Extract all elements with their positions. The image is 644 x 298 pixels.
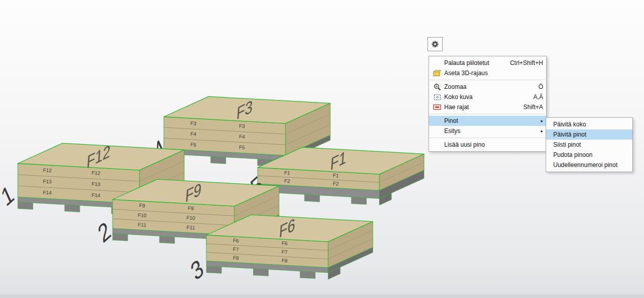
pallet-foot [159,236,174,244]
layer-label: F8 [281,257,288,263]
get-bounds-icon [431,103,443,111]
window-bottom-edge [0,294,644,298]
menu-item-palauta-piilotetut[interactable]: Palauta piilotetutCtrl+Shift+H [429,58,546,68]
menu-item-label: Lisää uusi pino [443,141,543,148]
submenu-item-label: Siisti pinot [548,141,629,148]
submenu-item-label: Päivitä koko [548,121,629,128]
pallet-foot [210,156,226,164]
menu-item-pinot[interactable]: Pinot▸ [429,116,546,126]
menu-item-koko-kuva[interactable]: Koko kuvaA,Ä [429,92,546,102]
context-menu: Palauta piilotetutCtrl+Shift+HAseta 3D-r… [428,56,547,152]
menu-item-shortcut: Shift+A [523,104,543,111]
layer-label: F11 [187,224,195,230]
pallet-foot [304,194,319,202]
menu-item-esitys[interactable]: Esitys▸ [429,126,546,136]
menu-item-label: Palauta piilotetut [443,59,502,67]
settings-button[interactable] [427,37,443,51]
submenu-item-pudota-pinoon[interactable]: Pudota pinoon [546,150,632,160]
submenu-arrow-icon: ▸ [538,128,543,134]
menu-item-label: Koko kuva [443,93,525,101]
layer-label: F1 [284,170,291,176]
zoom-icon [431,83,443,91]
stack-number-label: 1 [0,179,17,212]
layer-label: F12 [91,170,100,176]
layer-label: F4 [239,134,245,140]
layer-label: F7 [233,246,239,252]
layer-label: F10 [186,215,195,221]
pallet-foot [113,234,128,241]
fit-view-icon [431,93,443,101]
layer-label: F8 [233,255,239,261]
pallet-foot [64,205,80,212]
menu-item-shortcut: Ö [539,83,543,90]
menu-item-aseta-3d-rajaus[interactable]: Aseta 3D-rajaus [429,68,546,78]
pinot-submenu: Päivitä kokoPäivitä pinotSiisti pinotPud… [546,117,633,172]
submenu-item-label: Uudelleennumeroi pinot [548,161,629,169]
menu-item-label: Zoomaa [443,83,530,90]
no-icon [431,127,443,135]
layer-label: F3 [239,123,245,129]
menu-item-label: Pinot [443,117,538,124]
menu-item-label: Hae rajat [443,104,515,111]
pallet-foot [18,202,33,210]
pallet-foot [253,269,268,276]
menu-separator [430,114,545,114]
3d-clip-icon [431,69,443,77]
layer-label: F13 [91,181,100,187]
submenu-item-label: Pudota pinoon [548,151,629,158]
layer-label: F7 [281,249,288,255]
submenu-item-uudelleennumeroi-pinot[interactable]: Uudelleennumeroi pinot [546,160,632,170]
stack-number-label: 3 [187,253,207,286]
layer-label: F14 [91,192,100,198]
layer-label: F2 [284,178,291,184]
layer-label: F4 [190,131,197,137]
pallet-foot [206,266,222,274]
layer-label: F6 [281,240,288,246]
menu-item-label: Esitys [443,127,538,135]
menu-item-hae-rajat[interactable]: Hae rajatShift+A [429,102,546,112]
layer-label: F10 [137,212,147,218]
layer-label: F1 [333,173,339,179]
no-icon [431,59,443,67]
menu-item-shortcut: Ctrl+Shift+H [510,59,543,67]
menu-item-zoomaa[interactable]: ZoomaaÖ [429,82,546,92]
gear-icon [431,40,439,48]
layer-label: F3 [190,120,197,126]
no-icon [431,117,443,125]
layer-label: F5 [239,144,245,150]
layer-label: F5 [190,142,197,148]
submenu-item-paivita-koko[interactable]: Päivitä koko [546,119,632,129]
pallet-foot [300,271,315,279]
pallet-foot [351,197,367,205]
layer-label: F13 [43,178,52,184]
submenu-item-siisti-pinot[interactable]: Siisti pinot [546,140,632,150]
menu-separator [430,80,545,80]
menu-item-label: Aseta 3D-rajaus [443,70,543,77]
menu-item-shortcut: A,Ä [533,93,543,101]
menu-item-lisaa-uusi-pino[interactable]: Lisää uusi pino [429,140,546,150]
layer-label: F14 [43,189,52,195]
app-canvas: F3F3F3F4F4F5F54F12F12F12F13F13F14F141F1F… [0,0,644,298]
menu-separator [430,138,545,138]
layer-label: F11 [138,222,147,228]
no-icon [431,141,443,149]
submenu-item-paivita-pinot[interactable]: Päivitä pinot [546,129,632,140]
layer-label: F9 [139,203,146,209]
submenu-item-label: Päivitä pinot [548,131,629,138]
layer-label: F9 [188,205,194,211]
layer-label: F12 [43,167,52,173]
layer-label: F2 [333,181,339,187]
submenu-arrow-icon: ▸ [538,118,543,123]
stack-number-label: 2 [94,216,114,248]
layer-label: F6 [233,238,239,244]
